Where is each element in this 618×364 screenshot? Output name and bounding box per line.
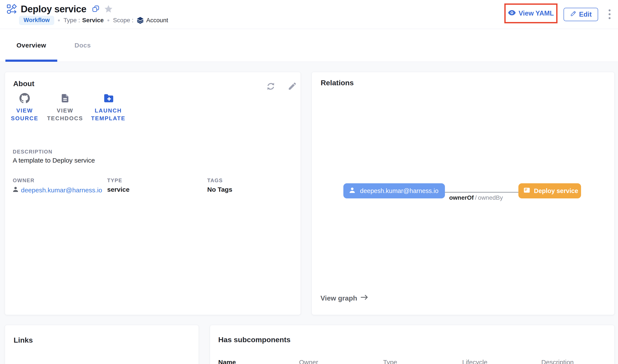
type-value: Service — [82, 17, 104, 24]
about-card-title: About — [13, 79, 34, 88]
view-source-action[interactable]: VIEW SOURCE — [3, 93, 46, 122]
column-header-type[interactable]: Type — [383, 359, 397, 364]
eye-icon — [508, 10, 516, 17]
column-header-description[interactable]: Description — [541, 359, 574, 364]
more-options-button[interactable] — [605, 8, 614, 21]
folder-plus-icon — [87, 93, 130, 104]
title-row: Deploy service — [6, 3, 113, 15]
owner-value-text: deepesh.kumar@harness.io — [21, 186, 102, 194]
copy-icon — [92, 5, 100, 13]
favorite-star-button[interactable] — [104, 4, 113, 14]
view-graph-link[interactable]: View graph — [321, 294, 369, 302]
edit-label: Edit — [579, 11, 592, 18]
links-card: Links — [5, 325, 199, 364]
separator-dot — [58, 19, 60, 21]
description-label: DESCRIPTION — [13, 149, 53, 155]
arrow-right-icon — [361, 294, 369, 302]
type-field-label: TYPE — [107, 178, 122, 183]
view-yaml-label: View YAML — [519, 10, 554, 17]
description-value: A template to Deploy service — [13, 157, 95, 164]
tab-docs[interactable]: Docs — [63, 29, 103, 62]
scope-label: Scope : — [113, 17, 134, 24]
about-card: About VIEW SOURCE — [5, 72, 301, 315]
pencil-icon — [288, 88, 297, 91]
page-header: Deploy service Workflow Type : Service S… — [0, 0, 618, 29]
relations-card: Relations ownerOf/ownedBy deepesh.kumar@… — [312, 72, 615, 315]
template-card-icon — [523, 186, 530, 195]
relation-forward-label: ownerOf — [449, 194, 474, 201]
relation-separator: / — [475, 194, 477, 201]
view-yaml-highlight-box: View YAML — [504, 3, 557, 23]
view-techdocs-label: VIEW TECHDOCS — [43, 107, 87, 122]
separator-dot — [107, 19, 109, 21]
copy-name-button[interactable] — [92, 5, 100, 13]
refresh-button[interactable] — [266, 81, 276, 91]
relation-node-entity-label: Deploy service — [534, 187, 578, 195]
layers-icon — [136, 16, 144, 24]
star-icon — [104, 4, 113, 14]
refresh-icon — [266, 89, 276, 92]
kind-badge: Workflow — [19, 16, 54, 25]
person-icon — [12, 186, 19, 194]
techdocs-icon — [43, 93, 87, 104]
launch-template-action[interactable]: LAUNCH TEMPLATE — [87, 93, 130, 122]
relation-node-owner-label: deepesh.kumar@harness.io — [360, 187, 438, 195]
column-header-name[interactable]: Name — [218, 359, 236, 364]
edit-metadata-button[interactable] — [287, 81, 297, 91]
owner-link[interactable]: deepesh.kumar@harness.io — [12, 186, 102, 194]
tab-bar: Overview Docs — [0, 29, 618, 62]
links-card-title: Links — [13, 336, 33, 344]
relation-edge-label: ownerOf/ownedBy — [440, 194, 512, 201]
relation-reverse-label: ownedBy — [478, 194, 503, 201]
view-techdocs-action[interactable]: VIEW TECHDOCS — [43, 93, 87, 122]
kebab-icon — [608, 9, 611, 20]
person-icon — [349, 186, 356, 195]
column-header-lifecycle[interactable]: Lifecycle — [462, 359, 487, 364]
subcomponents-card-title: Has subcomponents — [218, 336, 290, 344]
workflow-icon — [6, 4, 17, 14]
view-source-label: VIEW SOURCE — [3, 107, 46, 122]
tab-overview[interactable]: Overview — [5, 29, 57, 62]
entity-meta-row: Workflow Type : Service Scope : Account — [19, 16, 168, 25]
column-header-owner[interactable]: Owner — [299, 359, 318, 364]
relations-card-title: Relations — [321, 78, 354, 87]
type-value: service — [107, 186, 129, 193]
relation-edge-line — [445, 192, 518, 193]
type-label: Type : — [64, 17, 80, 24]
relation-node-entity[interactable]: Deploy service — [518, 183, 581, 198]
relation-node-owner[interactable]: deepesh.kumar@harness.io — [343, 183, 445, 198]
launch-template-label: LAUNCH TEMPLATE — [87, 107, 130, 122]
owner-label: OWNER — [13, 178, 35, 183]
page-title: Deploy service — [21, 4, 86, 14]
pencil-icon — [570, 10, 577, 19]
github-icon — [3, 93, 46, 104]
tags-label: TAGS — [207, 178, 223, 183]
subcomponents-card: Has subcomponents Name Owner Type Lifecy… — [210, 325, 615, 364]
tags-value: No Tags — [207, 186, 232, 193]
view-yaml-button[interactable]: View YAML — [508, 10, 554, 17]
scope-value: Account — [146, 17, 168, 24]
view-graph-label: View graph — [321, 294, 357, 302]
edit-button[interactable]: Edit — [564, 8, 598, 21]
